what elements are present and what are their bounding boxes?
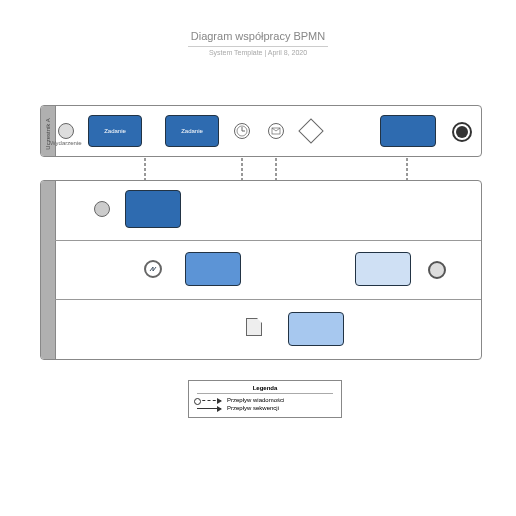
task-b1 [125,190,181,228]
legend-title: Legenda [197,385,333,394]
pool-a-header: Uczestnik A [41,106,56,156]
task-a3 [380,115,436,147]
legend: Legenda Przepływ wiadomości Przepływ sek… [188,380,342,418]
end-event-b [428,261,446,279]
start-event-b [94,201,110,217]
start-event-a [58,123,74,139]
legend-row-seq: Przepływ sekwencji [197,405,333,411]
legend-row-msg: Przepływ wiadomości [197,397,333,403]
task-a2: Zadanie [165,115,219,147]
timer-event [234,123,250,139]
sequence-flow-icon [197,408,221,409]
task-b3 [288,312,344,346]
start-event-label: Wydarzenie [50,140,82,146]
data-object-icon [246,318,262,336]
message-flow-icon [197,400,221,401]
task-b2 [185,252,241,286]
pool-b-header [41,181,56,359]
task-a1: Zadanie [88,115,142,147]
lane-divider-1 [55,240,481,241]
message-event [268,123,284,139]
task-b4 [355,252,411,286]
intermediate-event [144,260,162,278]
end-event-a [452,122,472,142]
lane-divider-2 [55,299,481,300]
